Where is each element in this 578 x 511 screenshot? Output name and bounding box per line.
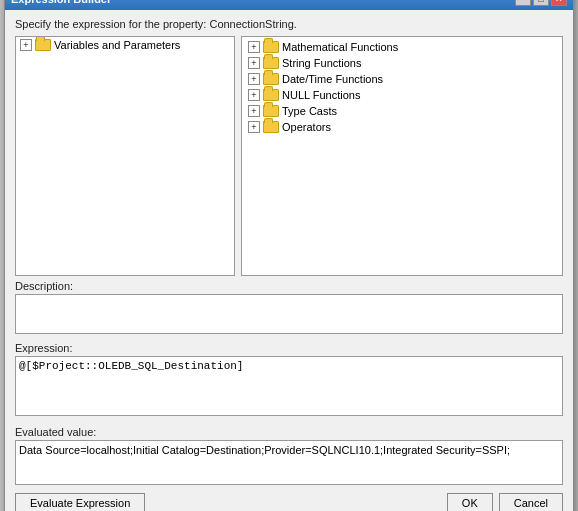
title-bar-controls: ─ □ ✕ <box>515 0 567 6</box>
window-title: Expression Builder <box>11 0 111 5</box>
expand-icon-null[interactable]: + <box>248 89 260 101</box>
title-bar: Expression Builder ─ □ ✕ <box>5 0 573 10</box>
expression-builder-window: Expression Builder ─ □ ✕ Specify the exp… <box>4 0 574 511</box>
evaluated-value: Data Source=localhost;Initial Catalog=De… <box>15 440 563 485</box>
evaluate-expression-button[interactable]: Evaluate Expression <box>15 493 145 511</box>
folder-icon-operators <box>263 121 279 133</box>
type-casts-label: Type Casts <box>282 105 337 117</box>
ok-button[interactable]: OK <box>447 493 493 511</box>
expression-label: Expression: <box>15 342 563 354</box>
evaluated-section: Evaluated value: Data Source=localhost;I… <box>15 426 563 485</box>
panels-row: + Variables and Parameters + Mathematica… <box>15 36 563 276</box>
expand-icon[interactable]: + <box>20 39 32 51</box>
variables-parameters-item[interactable]: + Variables and Parameters <box>16 37 234 53</box>
datetime-functions-label: Date/Time Functions <box>282 73 383 85</box>
evaluated-label: Evaluated value: <box>15 426 563 438</box>
cancel-button[interactable]: Cancel <box>499 493 563 511</box>
type-casts-item[interactable]: + Type Casts <box>244 103 560 119</box>
variables-parameters-label: Variables and Parameters <box>54 39 180 51</box>
folder-icon-string <box>263 57 279 69</box>
expand-icon-string[interactable]: + <box>248 57 260 69</box>
description-section: Description: <box>15 280 563 334</box>
folder-icon-datetime <box>263 73 279 85</box>
description-box <box>15 294 563 334</box>
minimize-button[interactable]: ─ <box>515 0 531 6</box>
operators-label: Operators <box>282 121 331 133</box>
expression-textarea[interactable] <box>15 356 563 416</box>
operators-item[interactable]: + Operators <box>244 119 560 135</box>
expand-icon-datetime[interactable]: + <box>248 73 260 85</box>
dialog-content: Specify the expression for the property:… <box>5 10 573 511</box>
right-buttons: OK Cancel <box>447 493 563 511</box>
expression-section: Expression: <box>15 342 563 418</box>
left-panel[interactable]: + Variables and Parameters <box>15 36 235 276</box>
description-label: Description: <box>15 280 563 292</box>
folder-icon-math <box>263 41 279 53</box>
null-functions-label: NULL Functions <box>282 89 360 101</box>
mathematical-functions-label: Mathematical Functions <box>282 41 398 53</box>
null-functions-item[interactable]: + NULL Functions <box>244 87 560 103</box>
expand-icon-operators[interactable]: + <box>248 121 260 133</box>
datetime-functions-item[interactable]: + Date/Time Functions <box>244 71 560 87</box>
folder-icon <box>35 39 51 51</box>
right-panel-content: + Mathematical Functions + String Functi… <box>242 37 562 137</box>
folder-icon-null <box>263 89 279 101</box>
expand-icon-math[interactable]: + <box>248 41 260 53</box>
property-label: Specify the expression for the property:… <box>15 18 563 30</box>
close-button[interactable]: ✕ <box>551 0 567 6</box>
maximize-button[interactable]: □ <box>533 0 549 6</box>
string-functions-label: String Functions <box>282 57 361 69</box>
mathematical-functions-item[interactable]: + Mathematical Functions <box>244 39 560 55</box>
folder-icon-typecasts <box>263 105 279 117</box>
string-functions-item[interactable]: + String Functions <box>244 55 560 71</box>
buttons-row: Evaluate Expression OK Cancel <box>15 493 563 511</box>
right-panel[interactable]: + Mathematical Functions + String Functi… <box>241 36 563 276</box>
expand-icon-typecasts[interactable]: + <box>248 105 260 117</box>
